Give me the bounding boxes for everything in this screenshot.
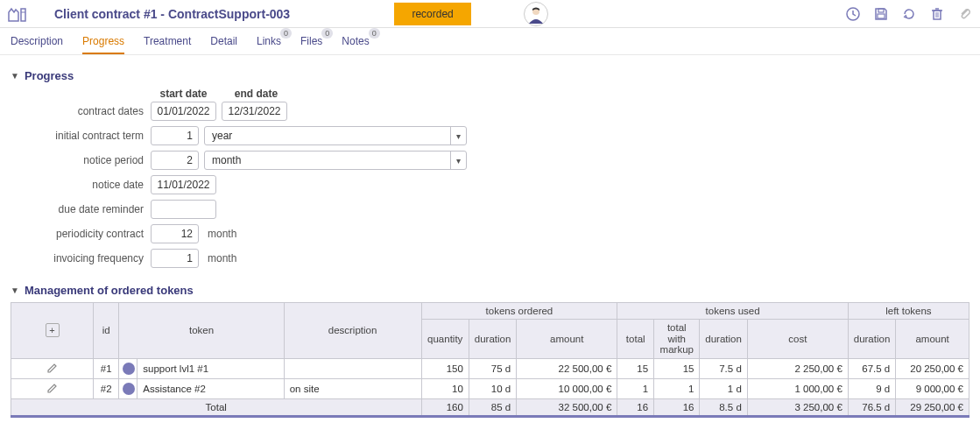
- edit-row-icon[interactable]: [46, 385, 59, 396]
- cell-used-cost: 1 000,00 €: [747, 378, 848, 398]
- cell-ordered-amt: 10 000,00 €: [517, 378, 617, 398]
- cell-used-markup: 1: [654, 378, 700, 398]
- svg-rect-6: [934, 11, 941, 19]
- attachment-icon[interactable]: [957, 6, 973, 22]
- token-icon: [123, 363, 135, 375]
- total-left-amt: 29 250,00 €: [896, 398, 969, 416]
- cell-left-dur: 9 d: [848, 378, 895, 398]
- toolbar-icons: [845, 6, 973, 22]
- cell-desc: on site: [284, 378, 421, 398]
- colgroup-left: left tokens: [848, 303, 969, 320]
- total-left-dur: 76.5 d: [848, 398, 895, 416]
- select-value: year: [205, 130, 450, 142]
- col-used-markup: total with markup: [654, 320, 700, 359]
- cell-used-cost: 2 250,00 €: [747, 358, 848, 378]
- page-title: Client contract #1 - ContractSupport-003: [54, 7, 290, 21]
- invoicing-unit: month: [204, 252, 236, 264]
- notice-date-input[interactable]: [151, 175, 216, 194]
- col-used-cost: cost: [747, 320, 848, 359]
- col-used-dur: duration: [700, 320, 747, 359]
- label-periodicity: periodicity contract: [11, 228, 151, 240]
- history-icon[interactable]: [845, 6, 861, 22]
- cell-left-amt: 9 000,00 €: [896, 378, 969, 398]
- col-description: description: [284, 303, 421, 359]
- caret-down-icon: ▼: [11, 285, 19, 295]
- contract-start-date-input[interactable]: [151, 102, 216, 121]
- tab-treatment[interactable]: Treatment: [144, 35, 191, 54]
- cell-ordered-amt: 22 500,00 €: [517, 358, 617, 378]
- cell-ordered-dur: 10 d: [469, 378, 516, 398]
- label-notice-date: notice date: [11, 179, 151, 191]
- section-progress-header[interactable]: ▼ Progress: [11, 62, 969, 88]
- cell-used-dur: 7.5 d: [700, 358, 747, 378]
- col-left-amt: amount: [896, 320, 969, 359]
- col-left-dur: duration: [848, 320, 895, 359]
- invoicing-qty-input[interactable]: [151, 249, 199, 268]
- total-used-dur: 8.5 d: [700, 398, 747, 416]
- svg-rect-5: [878, 14, 885, 18]
- initial-term-unit-select[interactable]: year ▾: [204, 126, 467, 145]
- tab-label: Links: [257, 35, 281, 47]
- tab-label: Files: [300, 35, 322, 47]
- notice-period-unit-select[interactable]: month ▾: [204, 151, 467, 170]
- svg-rect-0: [21, 9, 25, 21]
- form-column-headers: start date end date: [151, 88, 969, 102]
- initial-term-qty-input[interactable]: [151, 126, 199, 145]
- tab-detail[interactable]: Detail: [210, 35, 237, 54]
- notice-period-qty-input[interactable]: [151, 151, 199, 170]
- select-value: month: [205, 154, 450, 166]
- tab-links[interactable]: Links0: [257, 35, 281, 54]
- total-ordered-qty: 160: [421, 398, 469, 416]
- cell-used-total: 15: [617, 358, 654, 378]
- colgroup-used: tokens used: [617, 303, 849, 320]
- cell-id: #2: [94, 378, 119, 398]
- add-row-button[interactable]: +: [46, 323, 60, 337]
- edit-row-icon[interactable]: [46, 365, 59, 376]
- col-used-total: total: [617, 320, 654, 359]
- delete-icon[interactable]: [929, 6, 945, 22]
- cell-desc: [284, 358, 421, 378]
- tab-progress[interactable]: Progress: [82, 35, 124, 54]
- status-badge: recorded: [394, 3, 470, 25]
- tab-files[interactable]: Files0: [300, 35, 322, 54]
- section-title: Management of ordered tokens: [25, 284, 194, 297]
- section-title: Progress: [25, 69, 74, 82]
- table-total-row: Total 160 85 d 32 500,00 € 16 16 8.5 d 3…: [11, 398, 969, 416]
- save-icon[interactable]: [873, 6, 889, 22]
- tabs: Description Progress Treatment Detail Li…: [0, 28, 980, 55]
- cell-left-dur: 67.5 d: [848, 358, 895, 378]
- total-ordered-amt: 32 500,00 €: [517, 398, 617, 416]
- cell-ordered-qty: 150: [421, 358, 469, 378]
- section-tokens-header[interactable]: ▼ Management of ordered tokens: [11, 277, 969, 302]
- tab-description[interactable]: Description: [11, 35, 63, 54]
- label-contract-dates: contract dates: [11, 105, 151, 117]
- chevron-down-icon[interactable]: ▾: [450, 127, 466, 144]
- col-token: token: [119, 303, 284, 359]
- label-initial-term: initial contract term: [11, 130, 151, 142]
- refresh-icon[interactable]: [901, 6, 917, 22]
- col-start-date: start date: [151, 88, 216, 100]
- tab-label: Notes: [342, 35, 369, 47]
- col-end-date: end date: [223, 88, 289, 100]
- total-label: Total: [11, 398, 422, 416]
- table-row: #1 support lvl1 #1 150 75 d 22 500,00 € …: [11, 358, 969, 378]
- app-icon: [7, 5, 28, 23]
- cell-left-amt: 20 250,00 €: [896, 358, 969, 378]
- caret-down-icon: ▼: [11, 71, 19, 81]
- avatar[interactable]: [524, 2, 548, 26]
- cell-token: Assistance #2: [137, 378, 284, 398]
- total-used-cost: 3 250,00 €: [747, 398, 848, 416]
- chevron-down-icon[interactable]: ▾: [450, 152, 466, 169]
- token-icon: [123, 383, 135, 395]
- contract-end-date-input[interactable]: [222, 102, 287, 121]
- tokens-table: + id token description tokens ordered to…: [11, 302, 969, 418]
- total-used-total: 16: [617, 398, 654, 416]
- due-reminder-input[interactable]: [151, 200, 216, 219]
- col-actions: +: [11, 303, 94, 359]
- tab-notes[interactable]: Notes0: [342, 35, 369, 54]
- total-used-markup: 16: [654, 398, 700, 416]
- tab-badge: 0: [321, 28, 333, 39]
- label-invoicing: invoicing frequency: [11, 252, 151, 264]
- periodicity-qty-input[interactable]: [151, 224, 199, 243]
- label-due-reminder: due date reminder: [11, 203, 151, 215]
